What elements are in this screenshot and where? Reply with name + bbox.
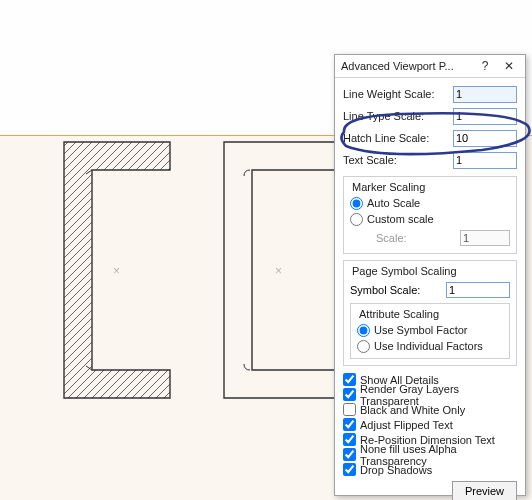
option-checkbox-5[interactable]: None fill uses Alpha Transparency (343, 447, 517, 462)
line-type-label: Line Type Scale: (343, 110, 453, 122)
marker-auto-scale-radio[interactable]: Auto Scale (350, 195, 510, 211)
marker-custom-scale-radio[interactable]: Custom scale (350, 211, 510, 227)
page-symbol-legend: Page Symbol Scaling (350, 265, 459, 277)
text-scale-input[interactable] (453, 152, 517, 169)
advanced-viewport-dialog: Advanced Viewport P... ? ✕ Line Weight S… (334, 54, 526, 496)
marker-scaling-group: Marker Scaling Auto Scale Custom scale S… (343, 176, 517, 254)
dialog-titlebar[interactable]: Advanced Viewport P... ? ✕ (335, 55, 525, 78)
attribute-scaling-legend: Attribute Scaling (357, 308, 441, 320)
option-checkbox-1[interactable]: Render Gray Layers Transparent (343, 387, 517, 402)
center-mark-right: × (275, 264, 282, 278)
options-checklist: Show All DetailsRender Gray Layers Trans… (343, 372, 517, 477)
marker-scale-label: Scale: (350, 232, 460, 244)
marker-scale-input (460, 230, 510, 246)
line-weight-input[interactable] (453, 86, 517, 103)
dialog-help-button[interactable]: ? (473, 59, 497, 73)
attribute-scaling-group: Attribute Scaling Use Symbol Factor Use … (350, 303, 510, 359)
hatch-line-input[interactable] (453, 130, 517, 147)
use-symbol-factor-radio[interactable]: Use Symbol Factor (357, 322, 503, 338)
symbol-scale-label: Symbol Scale: (350, 284, 446, 296)
dialog-close-button[interactable]: ✕ (497, 59, 521, 73)
hatch-line-label: Hatch Line Scale: (343, 132, 453, 144)
preview-button[interactable]: Preview (452, 481, 517, 500)
line-weight-label: Line Weight Scale: (343, 88, 453, 100)
symbol-scale-input[interactable] (446, 282, 510, 298)
option-checkbox-3[interactable]: Adjust Flipped Text (343, 417, 517, 432)
page-symbol-group: Page Symbol Scaling Symbol Scale: Attrib… (343, 260, 517, 366)
use-individual-factors-radio[interactable]: Use Individual Factors (357, 338, 503, 354)
text-scale-label: Text Scale: (343, 154, 453, 166)
marker-scaling-legend: Marker Scaling (350, 181, 427, 193)
center-mark-left: × (113, 264, 120, 278)
dialog-title: Advanced Viewport P... (341, 60, 473, 72)
line-type-input[interactable] (453, 108, 517, 125)
